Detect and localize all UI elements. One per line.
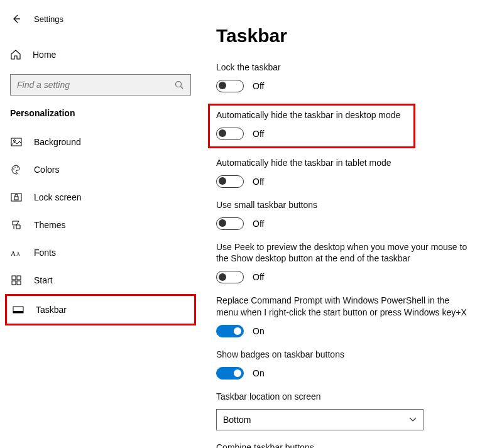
toggle-autohide-desktop[interactable]	[216, 128, 244, 140]
toggle-autohide-tablet[interactable]	[216, 175, 244, 188]
section-label: Personalization	[0, 108, 201, 128]
palette-icon	[10, 163, 23, 176]
setting-label: Automatically hide the taskbar in tablet…	[216, 157, 479, 169]
svg-text:A: A	[16, 251, 20, 257]
setting-label: Taskbar location on screen	[216, 391, 479, 403]
svg-text:A: A	[11, 249, 16, 257]
setting-lock-taskbar: Lock the taskbar Off	[216, 62, 479, 92]
setting-small-buttons: Use small taskbar buttons Off	[216, 199, 479, 230]
search-box[interactable]	[10, 74, 191, 96]
toggle-state: Off	[253, 129, 264, 139]
toggle-state: Off	[253, 177, 264, 187]
svg-rect-15	[12, 281, 16, 285]
setting-label: Automatically hide the taskbar in deskto…	[216, 109, 407, 121]
lockscreen-icon	[10, 191, 23, 204]
search-icon	[174, 80, 184, 90]
sidebar-item-label: Lock screen	[34, 192, 81, 202]
toggle-state: On	[253, 326, 265, 336]
sidebar-item-lockscreen[interactable]: Lock screen	[0, 183, 201, 211]
setting-label: Replace Command Prompt with Windows Powe…	[216, 295, 467, 319]
dropdown-taskbar-location[interactable]: Bottom	[216, 409, 424, 430]
setting-badges: Show badges on taskbar buttons On	[216, 349, 479, 380]
toggle-peek[interactable]	[216, 271, 244, 283]
setting-label: Use Peek to preview the desktop when you…	[216, 241, 467, 265]
svg-point-6	[14, 167, 16, 168]
svg-point-5	[13, 168, 14, 170]
sidebar-item-start[interactable]: Start	[0, 266, 201, 294]
svg-rect-14	[17, 276, 21, 280]
page-title: Taskbar	[216, 25, 479, 46]
svg-rect-18	[13, 311, 23, 313]
svg-line-2	[181, 87, 183, 89]
back-button[interactable]	[10, 13, 23, 25]
highlight-sidebar-taskbar: Taskbar	[5, 294, 196, 325]
sidebar-item-fonts[interactable]: AA Fonts	[0, 239, 201, 266]
toggle-state: On	[253, 368, 265, 378]
sidebar-item-label: Background	[34, 137, 81, 147]
sidebar-item-themes[interactable]: Themes	[0, 211, 201, 239]
sidebar-item-label: Taskbar	[36, 305, 67, 315]
sidebar-item-label: Themes	[34, 220, 66, 230]
header-row: Settings	[0, 13, 201, 25]
home-label: Home	[33, 50, 56, 60]
home-nav[interactable]: Home	[0, 43, 201, 67]
toggle-powershell[interactable]	[216, 325, 244, 337]
setting-location: Taskbar location on screen Bottom	[216, 391, 479, 430]
dropdown-value: Bottom	[223, 415, 251, 425]
svg-point-7	[17, 167, 18, 168]
sidebar-item-colors[interactable]: Colors	[0, 156, 201, 183]
setting-autohide-tablet: Automatically hide the taskbar in tablet…	[216, 157, 479, 188]
setting-label: Show badges on taskbar buttons	[216, 349, 479, 361]
toggle-state: Off	[253, 81, 264, 91]
setting-powershell: Replace Command Prompt with Windows Powe…	[216, 295, 479, 337]
svg-rect-16	[17, 281, 21, 285]
search-input[interactable]	[17, 80, 174, 90]
setting-label: Use small taskbar buttons	[216, 199, 479, 211]
sidebar: Settings Home Personalization Background…	[0, 0, 201, 448]
highlight-autohide-desktop: Automatically hide the taskbar in deskto…	[208, 104, 415, 148]
themes-icon	[10, 219, 23, 231]
setting-label: Combine taskbar buttons	[216, 442, 479, 448]
toggle-state: Off	[253, 219, 264, 229]
toggle-lock-taskbar[interactable]	[216, 80, 244, 92]
fonts-icon: AA	[10, 246, 23, 259]
svg-point-4	[14, 140, 16, 142]
sidebar-item-label: Colors	[34, 165, 59, 175]
picture-icon	[10, 136, 23, 148]
svg-rect-13	[12, 276, 16, 280]
sidebar-item-label: Fonts	[34, 248, 56, 258]
toggle-badges[interactable]	[216, 367, 244, 380]
svg-point-1	[176, 82, 182, 87]
taskbar-icon	[12, 303, 25, 316]
chevron-down-icon	[409, 417, 417, 422]
arrow-left-icon	[11, 14, 21, 24]
window-title: Settings	[34, 14, 63, 24]
sidebar-item-label: Start	[34, 275, 53, 285]
toggle-small-buttons[interactable]	[216, 217, 244, 230]
sidebar-item-taskbar[interactable]: Taskbar	[7, 296, 194, 324]
svg-rect-9	[14, 197, 18, 200]
setting-combine: Combine taskbar buttons	[216, 442, 479, 448]
home-icon	[10, 49, 21, 60]
setting-label: Lock the taskbar	[216, 62, 479, 74]
toggle-state: Off	[253, 272, 264, 282]
setting-peek: Use Peek to preview the desktop when you…	[216, 241, 479, 284]
main-content: Taskbar Lock the taskbar Off Automatical…	[201, 0, 492, 448]
sidebar-item-background[interactable]: Background	[0, 128, 201, 156]
start-icon	[10, 274, 23, 287]
